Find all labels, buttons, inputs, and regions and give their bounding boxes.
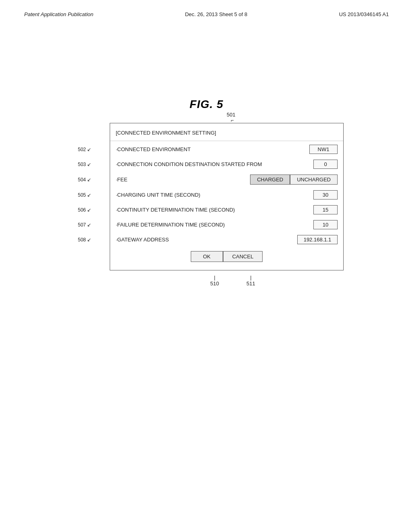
dialog-buttons: OK CANCEL (191, 251, 263, 262)
row-connected-environment: 502 ↙ ·CONNECTED ENVIRONMENT NW1 (110, 142, 343, 157)
label-connection-condition: ·CONNECTION CONDITION DESTINATION STARTE… (116, 161, 262, 167)
label-connected-environment: ·CONNECTED ENVIRONMENT (116, 146, 191, 152)
row-charging-unit-time: 505 ↙ ·CHARGING UNIT TIME (SECOND) 30 (110, 187, 343, 202)
ref-507: 507 ↙ (78, 222, 91, 228)
row-gateway-address: 508 ↙ ·GATEWAY ADDRESS 192.168.1.1 (110, 232, 343, 247)
row-connection-condition: 503 ↙ ·CONNECTION CONDITION DESTINATION … (110, 157, 343, 172)
header-right: US 2013/0346145 A1 (339, 11, 389, 17)
ref-503: 503 ↙ (78, 162, 91, 167)
ok-button[interactable]: OK (191, 251, 223, 262)
row-failure-determination-time: 507 ↙ ·FAILURE DETERMINATION TIME (SECON… (110, 217, 343, 232)
label-failure-determination-time: ·FAILURE DETERMINATION TIME (SECOND) (116, 222, 225, 228)
dialog-box: [CONNECTED ENVIRONMENT SETTING] 502 ↙ ·C… (110, 123, 344, 270)
ref-511: | 511 (246, 274, 255, 287)
btn-uncharged[interactable]: UNCHARGED (290, 175, 338, 185)
ref-504: 504 ↙ (78, 177, 91, 183)
label-charging-unit-time: ·CHARGING UNIT TIME (SECOND) (116, 192, 200, 198)
input-connected-environment[interactable]: NW1 (309, 145, 338, 154)
input-gateway-address[interactable]: 192.168.1.1 (297, 235, 338, 244)
header-center: Dec. 26, 2013 Sheet 5 of 8 (185, 11, 248, 17)
ref-506: 506 ↙ (78, 207, 91, 213)
row-fee: 504 ↙ ·FEE CHARGED UNCHARGED (110, 172, 343, 187)
label-fee: ·FEE (116, 177, 127, 183)
fee-buttons-group: CHARGED UNCHARGED (250, 175, 338, 185)
input-connection-condition[interactable]: 0 (313, 160, 338, 169)
diagram-area: 501 ⌐ [CONNECTED ENVIRONMENT SETTING] 50… (0, 123, 413, 287)
page-header: Patent Application Publication Dec. 26, … (0, 0, 413, 17)
ref-501-label: 501 (227, 112, 236, 118)
figure-title: FIG. 5 (0, 98, 413, 111)
input-charging-unit-time[interactable]: 30 (313, 190, 338, 200)
btn-charged[interactable]: CHARGED (250, 175, 290, 185)
button-row: OK CANCEL (110, 247, 343, 264)
header-left: Patent Application Publication (24, 11, 94, 17)
row-continuity-determination-time: 506 ↙ ·CONTINUITY DETERMINATION TIME (SE… (110, 202, 343, 217)
ref-508: 508 ↙ (78, 237, 91, 243)
input-failure-determination-time[interactable]: 10 (313, 220, 338, 229)
label-gateway-address: ·GATEWAY ADDRESS (116, 237, 169, 243)
cancel-button[interactable]: CANCEL (223, 251, 263, 262)
ref-501-arrow: ⌐ (231, 117, 234, 123)
ref-510: | 510 (210, 274, 219, 287)
ref-502: 502 ↙ (78, 147, 91, 152)
dialog-title: [CONNECTED ENVIRONMENT SETTING] (110, 127, 343, 140)
input-continuity-determination-time[interactable]: 15 (313, 205, 338, 214)
ref-505: 505 ↙ (78, 192, 91, 198)
bottom-refs: | 510 | 511 (122, 274, 344, 287)
label-continuity-determination-time: ·CONTINUITY DETERMINATION TIME (SECOND) (116, 207, 235, 213)
